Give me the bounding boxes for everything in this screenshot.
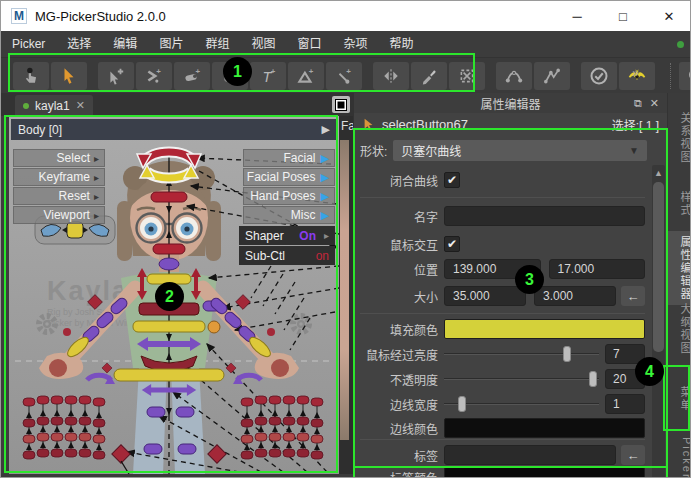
shaper-toggle[interactable]: ShaperOn▸ [239, 226, 335, 245]
tab-style[interactable]: 样式 [668, 183, 691, 225]
scrollbar-thumb[interactable] [653, 182, 664, 352]
gear-icon[interactable] [293, 316, 309, 332]
gear-icon[interactable] [39, 316, 55, 332]
eyedropper-tool[interactable] [411, 62, 447, 90]
hand-rotate-arrow[interactable] [87, 375, 111, 380]
menu-help[interactable]: 帮助 [378, 31, 424, 57]
add-select-button-tool[interactable] [98, 62, 134, 90]
label-field[interactable] [444, 445, 616, 465]
keyframe-menu-button[interactable]: Keyframe▸ [13, 168, 105, 186]
hover-brightness-value[interactable]: 7 [605, 344, 645, 364]
pick-hand-tool[interactable] [13, 62, 49, 90]
check-tool[interactable] [581, 62, 617, 90]
float-panel-icon[interactable]: ⧉ [634, 97, 642, 110]
closed-curve-checkbox[interactable]: ✔ [444, 172, 460, 188]
mouse-interact-checkbox[interactable]: ✔ [444, 236, 460, 252]
right-finger-grid[interactable] [241, 396, 323, 459]
menu-picker[interactable]: Picker [1, 31, 56, 57]
size-back-button[interactable]: ← [621, 286, 645, 306]
border-width-slider[interactable] [444, 394, 599, 414]
toolbar-overflow-chevron[interactable]: » [632, 66, 637, 80]
close-button[interactable]: ✕ [646, 1, 691, 31]
marquee-delete-tool[interactable] [449, 62, 485, 90]
left-finger-grid[interactable] [23, 396, 105, 459]
menu-select[interactable]: 选择 [56, 31, 102, 57]
mouth-button[interactable] [153, 244, 185, 254]
root-bar-button[interactable] [114, 369, 224, 381]
knee-button[interactable] [147, 407, 165, 417]
hand-rotate-arrow[interactable] [237, 375, 261, 380]
picker-page-header[interactable]: Body [0] ▶ [11, 119, 337, 140]
fill-color-swatch[interactable] [444, 319, 645, 339]
arm-dot[interactable] [63, 328, 71, 336]
minimize-button[interactable]: ─ [554, 1, 600, 31]
neighbor-panel-sliver[interactable]: Fa [339, 116, 353, 474]
menu-edit[interactable]: 编辑 [102, 31, 148, 57]
position-y-field[interactable]: 17.000 [549, 259, 646, 279]
add-move-button-tool[interactable]: + [212, 62, 248, 90]
menu-image[interactable]: 图片 [148, 31, 194, 57]
tab-menu[interactable]: 菜单 [668, 373, 691, 425]
neck-button[interactable] [159, 258, 179, 270]
hover-brightness-slider[interactable] [444, 344, 599, 364]
tab-close-icon[interactable]: ✕ [76, 99, 85, 112]
tab-attribute-editor[interactable]: 属性编辑器 [668, 231, 691, 305]
hand-poses-button[interactable]: Hand Poses▶ [243, 187, 335, 205]
add-point-button-tool[interactable]: + [326, 62, 362, 90]
reset-menu-button[interactable]: Reset▸ [13, 187, 105, 205]
arm-dot[interactable] [267, 328, 275, 336]
search-tool[interactable] [679, 62, 691, 90]
tab-kayla1[interactable]: kayla1 ✕ [15, 95, 93, 116]
close-panel-icon[interactable]: ✕ [650, 97, 659, 110]
border-width-value[interactable]: 1 [605, 394, 645, 414]
hip-side-dot[interactable] [208, 321, 220, 333]
picker-canvas[interactable]: Kayla Rig by Josh Sobel Picker by Miguel… [9, 116, 339, 474]
namespace-button[interactable] [332, 96, 350, 113]
flip-tool[interactable] [619, 62, 655, 90]
tab-outline-view[interactable]: 大纲视图 [668, 296, 691, 362]
tab-picker[interactable]: Picker [668, 437, 691, 478]
add-slider-button-tool[interactable]: + [174, 62, 210, 90]
hip-button[interactable] [133, 321, 205, 332]
misc-button[interactable]: Misc▶ [243, 206, 335, 224]
facial-button[interactable]: Facial▶ [243, 149, 335, 167]
add-command-button-tool[interactable]: + [136, 62, 172, 90]
select-menu-button[interactable]: Select▸ [13, 149, 105, 167]
position-x-field[interactable]: 139.000 [444, 259, 541, 279]
attribute-scrollbar[interactable]: ▲ [652, 165, 665, 478]
foot-diamond[interactable] [112, 445, 130, 463]
add-shape-button-tool[interactable]: + [288, 62, 324, 90]
polyline-tool[interactable] [534, 62, 570, 90]
foot-diamond[interactable] [208, 445, 226, 463]
facial-poses-button[interactable]: Facial Poses▶ [243, 168, 335, 186]
viewport-menu-button[interactable]: Viewport▸ [13, 206, 105, 224]
name-field[interactable] [444, 206, 645, 226]
label-back-button[interactable]: ← [621, 445, 645, 465]
elbow-diamond[interactable] [236, 295, 251, 310]
menu-window[interactable]: 窗口 [286, 31, 332, 57]
waist-button[interactable] [139, 303, 199, 315]
subctl-toggle[interactable]: Sub-Ctlon [239, 246, 335, 265]
size-w-field[interactable]: 35.000 [444, 286, 526, 306]
add-text-button-tool[interactable]: T+ [250, 62, 286, 90]
ankle-button[interactable] [178, 444, 196, 454]
ankle-button[interactable] [144, 444, 162, 454]
curve-tool[interactable] [496, 62, 532, 90]
edit-arrow-tool[interactable] [51, 62, 87, 90]
menu-group[interactable]: 群组 [194, 31, 240, 57]
opacity-slider[interactable] [444, 369, 599, 389]
hand-diamond[interactable] [102, 363, 112, 373]
menu-misc[interactable]: 杂项 [332, 31, 378, 57]
size-h-field[interactable]: 3.000 [534, 286, 616, 306]
mirror-tool[interactable] [373, 62, 409, 90]
scroll-up-icon[interactable]: ▲ [652, 166, 665, 180]
maximize-button[interactable]: □ [600, 1, 646, 31]
chest-button[interactable] [147, 274, 191, 284]
page-next-icon[interactable]: ▶ [322, 123, 330, 136]
menu-view[interactable]: 视图 [240, 31, 286, 57]
hand-diamond[interactable] [226, 363, 236, 373]
forehead-button[interactable] [151, 192, 187, 202]
tab-relation-view[interactable]: 关系视图 [668, 101, 691, 175]
knee-button[interactable] [176, 407, 194, 417]
shape-dropdown[interactable]: 贝塞尔曲线 ▼ [393, 140, 647, 161]
